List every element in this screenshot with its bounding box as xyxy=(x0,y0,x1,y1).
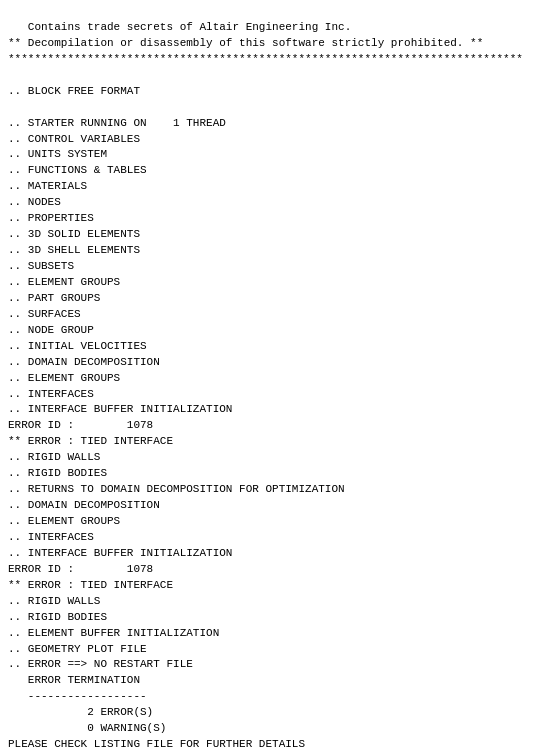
console-line-32: .. INTERFACES xyxy=(8,530,543,546)
console-line-16: .. ELEMENT GROUPS xyxy=(8,275,543,291)
console-line-34: ERROR ID : 1078 xyxy=(8,562,543,578)
console-line-36: .. RIGID WALLS xyxy=(8,594,543,610)
console-line-1: ** Decompilation or disassembly of this … xyxy=(8,36,543,52)
console-line-8: .. UNITS SYSTEM xyxy=(8,147,543,163)
console-line-45: PLEASE CHECK LISTING FILE FOR FURTHER DE… xyxy=(8,737,543,750)
console-line-3 xyxy=(8,68,543,84)
console-line-28: .. RIGID BODIES xyxy=(8,466,543,482)
console-line-44: 0 WARNING(S) xyxy=(8,721,543,737)
console-line-5 xyxy=(8,100,543,116)
console-line-12: .. PROPERTIES xyxy=(8,211,543,227)
console-line-22: .. ELEMENT GROUPS xyxy=(8,371,543,387)
console-line-15: .. SUBSETS xyxy=(8,259,543,275)
console-line-29: .. RETURNS TO DOMAIN DECOMPOSITION FOR O… xyxy=(8,482,543,498)
console-line-35: ** ERROR : TIED INTERFACE xyxy=(8,578,543,594)
console-line-0: Contains trade secrets of Altair Enginee… xyxy=(8,20,543,36)
console-line-19: .. NODE GROUP xyxy=(8,323,543,339)
console-line-43: 2 ERROR(S) xyxy=(8,705,543,721)
console-line-23: .. INTERFACES xyxy=(8,387,543,403)
console-line-9: .. FUNCTIONS & TABLES xyxy=(8,163,543,179)
console-line-7: .. CONTROL VARIABLES xyxy=(8,132,543,148)
console-line-2: ****************************************… xyxy=(8,52,543,68)
console-line-37: .. RIGID BODIES xyxy=(8,610,543,626)
console-line-26: ** ERROR : TIED INTERFACE xyxy=(8,434,543,450)
console-line-4: .. BLOCK FREE FORMAT xyxy=(8,84,543,100)
console-output: Contains trade secrets of Altair Enginee… xyxy=(0,0,551,750)
console-line-30: .. DOMAIN DECOMPOSITION xyxy=(8,498,543,514)
console-line-10: .. MATERIALS xyxy=(8,179,543,195)
console-line-27: .. RIGID WALLS xyxy=(8,450,543,466)
console-line-25: ERROR ID : 1078 xyxy=(8,418,543,434)
console-line-17: .. PART GROUPS xyxy=(8,291,543,307)
console-line-41: ERROR TERMINATION xyxy=(8,673,543,689)
console-line-42: ------------------ xyxy=(8,689,543,705)
console-line-31: .. ELEMENT GROUPS xyxy=(8,514,543,530)
console-line-40: .. ERROR ==> NO RESTART FILE xyxy=(8,657,543,673)
console-line-11: .. NODES xyxy=(8,195,543,211)
console-line-18: .. SURFACES xyxy=(8,307,543,323)
console-line-14: .. 3D SHELL ELEMENTS xyxy=(8,243,543,259)
console-line-20: .. INITIAL VELOCITIES xyxy=(8,339,543,355)
console-line-38: .. ELEMENT BUFFER INITIALIZATION xyxy=(8,626,543,642)
console-line-6: .. STARTER RUNNING ON 1 THREAD xyxy=(8,116,543,132)
console-line-13: .. 3D SOLID ELEMENTS xyxy=(8,227,543,243)
console-line-33: .. INTERFACE BUFFER INITIALIZATION xyxy=(8,546,543,562)
console-line-21: .. DOMAIN DECOMPOSITION xyxy=(8,355,543,371)
console-line-39: .. GEOMETRY PLOT FILE xyxy=(8,642,543,658)
console-line-24: .. INTERFACE BUFFER INITIALIZATION xyxy=(8,402,543,418)
